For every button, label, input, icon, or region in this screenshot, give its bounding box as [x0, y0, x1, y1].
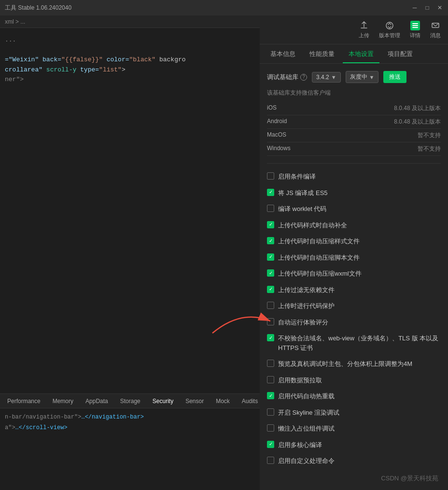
tab-local-settings[interactable]: 本地设置	[343, 44, 379, 63]
checkbox-preview-pkg[interactable]: 预览及真机调试时主包、分包体积上限调整为4M	[267, 356, 441, 372]
detail-label: 详情	[410, 32, 420, 39]
platform-android: Android 8.0.48 及以上版本	[267, 115, 441, 129]
checkbox-filter-deps[interactable]: ✓上传过滤无依赖文件	[267, 282, 441, 298]
version-select[interactable]: 3.4.2 ▼	[312, 72, 341, 83]
checkbox-box	[267, 424, 274, 432]
help-icon[interactable]: ?	[300, 74, 307, 81]
upload-icon	[359, 21, 369, 30]
checkbox-label: 懒注入占位组件调试	[278, 424, 335, 434]
checkbox-box: ✓	[267, 334, 274, 341]
checkbox-label: 上传过滤无依赖文件	[278, 285, 335, 295]
debug-library-label: 调试基础库 ?	[267, 73, 307, 82]
tab-sensor[interactable]: Sensor	[181, 396, 209, 406]
checkbox-box	[267, 205, 274, 212]
checkbox-label: 启用自定义处理命令	[278, 456, 335, 466]
platform-ios: iOS 8.0.48 及以上版本	[267, 102, 441, 115]
checkbox-compress-wxml[interactable]: ✓上传代码时自动压缩wxml文件	[267, 266, 441, 282]
checkbox-label: 编译 worklet 代码	[278, 204, 326, 214]
breadcrumb: xml > ...	[0, 15, 260, 28]
svg-rect-1	[412, 23, 418, 24]
push-button[interactable]: 推送	[383, 71, 406, 83]
checkbox-hot-reload[interactable]: ✓启用代码自动热重载	[267, 388, 441, 405]
checkbox-skyline[interactable]: 开启 Skyline 渲染调试	[267, 405, 441, 421]
checkbox-label: 自动运行体验评分	[278, 318, 328, 327]
tab-performance[interactable]: Performance	[2, 396, 45, 406]
checkbox-label: 启用条件编译	[278, 172, 316, 182]
checkbox-data-prefetch[interactable]: 启用数据预拉取	[267, 372, 441, 389]
svg-rect-3	[412, 27, 418, 28]
tab-security[interactable]: Security	[148, 396, 178, 406]
code-line-1: ...	[5, 35, 255, 45]
upload-label: 上传	[359, 32, 369, 39]
code-editor: ... ="Weixin" back="{{false}}" color="bl…	[0, 28, 260, 92]
checkbox-box: ✓	[267, 441, 274, 448]
platform-support-table: iOS 8.0.48 及以上版本 Android 8.0.48 及以上版本 Ma…	[267, 102, 441, 156]
checkbox-box: ✓	[267, 237, 274, 244]
checkbox-multicore[interactable]: ✓启用多核心编译	[267, 437, 441, 453]
code-line-4: crollarea" scroll-y type="list">	[5, 65, 255, 75]
checkbox-auto-eval[interactable]: 自动运行体验评分	[267, 314, 441, 331]
checkbox-label: 启用多核心编译	[278, 440, 322, 450]
checkbox-code-protect[interactable]: 上传时进行代码保护	[267, 298, 441, 314]
divider	[267, 163, 441, 164]
checkbox-label: 将 JS 编译成 ES5	[278, 188, 328, 198]
checkbox-box	[267, 172, 274, 180]
checkbox-box: ✓	[267, 253, 274, 261]
checkbox-label: 启用数据预拉取	[278, 376, 322, 385]
checkbox-label: 上传代码时自动压缩wxml文件	[278, 269, 362, 279]
checkbox-box: ✓	[267, 392, 274, 399]
version-label: 版本管理	[379, 32, 400, 39]
right-tabs: 基本信息 性能质量 本地设置 项目配置	[260, 44, 448, 64]
checkbox-label: 上传时进行代码保护	[278, 301, 335, 311]
checkbox-label: 开启 Skyline 渲染调试	[278, 408, 339, 418]
app-title: 工具 Stable 1.06.2402040	[5, 4, 71, 12]
checkbox-box: ✓	[267, 221, 274, 228]
maximize-button[interactable]: □	[424, 4, 431, 11]
checkbox-box	[267, 408, 274, 416]
tab-project-config[interactable]: 项目配置	[382, 44, 419, 63]
checkbox-label: 不校验合法域名、web-view（业务域名）、TLS 版 本以及 HTTPS 证…	[278, 334, 441, 352]
checkbox-box: ✓	[267, 286, 274, 293]
version-toolbar-item[interactable]: 版本管理	[379, 21, 400, 39]
bottom-panel: Performance Memory AppData Storage Secur…	[0, 393, 260, 490]
message-label: 消息	[430, 32, 441, 39]
checkbox-js-es5[interactable]: ✓将 JS 编译成 ES5	[267, 185, 441, 201]
checkbox-label: 上传代码样式时自动补全	[278, 221, 347, 230]
checkbox-box: ✓	[267, 189, 274, 196]
platform-windows: Windows 暂不支持	[267, 142, 441, 156]
checkbox-label: 预览及真机调试时主包、分包体积上限调整为4M	[278, 359, 412, 369]
tab-quality[interactable]: 性能质量	[304, 44, 340, 63]
tab-mock[interactable]: Mock	[211, 396, 235, 406]
close-button[interactable]: ✕	[436, 4, 443, 11]
tab-storage[interactable]: Storage	[115, 396, 145, 406]
checkbox-no-validate[interactable]: ✓不校验合法域名、web-view（业务域名）、TLS 版 本以及 HTTPS …	[267, 330, 441, 356]
checkbox-compress-script[interactable]: ✓上传代码时自动压缩脚本文件	[267, 250, 441, 266]
breadcrumb-text: xml > ...	[5, 18, 25, 25]
checkbox-box: ✓	[267, 269, 274, 277]
upload-toolbar-item[interactable]: 上传	[359, 21, 369, 39]
tab-basic[interactable]: 基本信息	[265, 44, 301, 63]
checkbox-worklet[interactable]: 编译 worklet 代码	[267, 201, 441, 217]
title-bar: 工具 Stable 1.06.2402040 ─ □ ✕	[0, 0, 448, 15]
tab-audits[interactable]: Audits	[237, 396, 260, 406]
minimize-button[interactable]: ─	[411, 4, 418, 11]
tab-appdata[interactable]: AppData	[81, 396, 113, 406]
checkbox-box	[267, 360, 274, 367]
code-line-2	[5, 45, 255, 55]
checkbox-compress-style[interactable]: ✓上传代码时自动压缩样式文件	[267, 233, 441, 250]
detail-toolbar-item[interactable]: 详情	[410, 21, 420, 39]
message-toolbar-item[interactable]: 消息	[430, 21, 441, 39]
checkbox-custom-handler[interactable]: 启用自定义处理命令	[267, 453, 441, 469]
mode-select[interactable]: 灰度中 ▼	[346, 71, 379, 83]
top-toolbar: 上传 版本管理 详情 消息	[260, 15, 448, 44]
message-icon	[431, 21, 440, 30]
checkbox-placeholder-debug[interactable]: 懒注入占位组件调试	[267, 420, 441, 437]
right-panel: 基本信息 性能质量 本地设置 项目配置 调试基础库 ? 3.4.2 ▼ 灰度中 …	[260, 44, 448, 490]
version-icon	[385, 21, 394, 30]
tab-memory[interactable]: Memory	[48, 396, 78, 406]
bottom-line-2: a">…</scroll-view>	[5, 423, 255, 434]
checkbox-auto-style[interactable]: ✓上传代码样式时自动补全	[267, 217, 441, 234]
checkbox-cond-compile[interactable]: 启用条件编译	[267, 168, 441, 185]
support-note: 该基础库支持微信客户端	[267, 89, 441, 97]
checkbox-list: 启用条件编译✓将 JS 编译成 ES5编译 worklet 代码✓上传代码样式时…	[267, 168, 441, 469]
